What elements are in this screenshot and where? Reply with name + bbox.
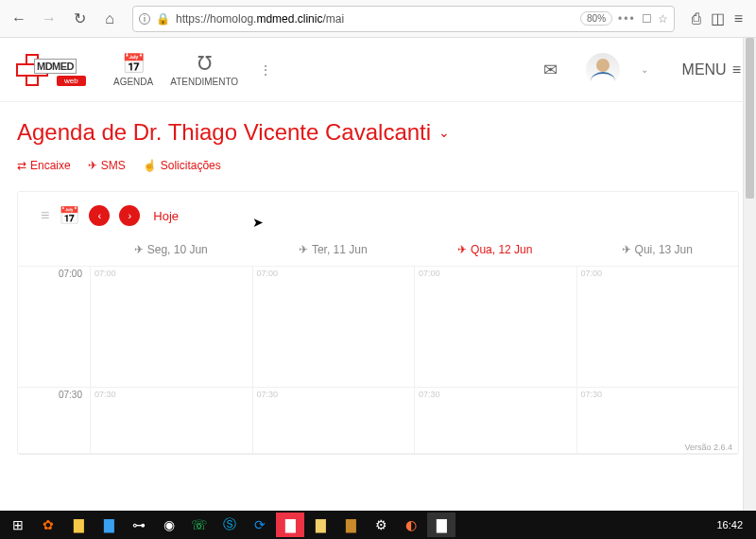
calendar-card: ≡ 📅 ‹ › Hoje ✈Seg, 10 Jun ✈Ter, 11 Jun ✈… — [17, 191, 739, 455]
list-view-icon[interactable]: ≡ — [41, 207, 49, 224]
calendar-icon[interactable]: 📅 — [59, 205, 79, 226]
hamburger-icon: ≡ — [732, 61, 741, 78]
scrollbar-thumb[interactable] — [746, 38, 754, 199]
logo[interactable]: MDMED web — [15, 49, 96, 91]
taskbar-settings[interactable]: ⚙ — [367, 513, 395, 537]
action-encaixe[interactable]: ⇄ Encaixe — [17, 159, 71, 172]
nav-agenda[interactable]: 📅 AGENDA — [113, 52, 153, 87]
taskbar-app3[interactable]: ▇ — [427, 513, 455, 537]
calendar-cell[interactable]: 07:30 — [90, 388, 252, 453]
action-row: ⇄ Encaixe ✈ SMS ☝ Solicitações — [17, 159, 739, 172]
action-label: Encaixe — [30, 159, 71, 172]
calendar-grid: 07:00 07:00 07:00 07:00 07:00 07:30 07:3… — [18, 266, 738, 454]
reload-button[interactable]: ↻ — [66, 6, 93, 32]
chevron-down-icon: ⌄ — [438, 125, 450, 140]
avatar[interactable] — [586, 53, 620, 87]
url-text: https://homolog.mdmed.clinic/mai — [176, 12, 575, 26]
calendar-cell[interactable]: 07:00 — [252, 267, 415, 387]
time-label: 07:30 — [18, 388, 90, 453]
calendar-cell[interactable]: 07:00 — [576, 267, 739, 387]
menu-button[interactable]: MENU ≡ — [682, 61, 741, 78]
send-icon: ✈ — [622, 243, 631, 256]
taskbar-folder[interactable]: ▇ — [64, 513, 93, 537]
action-sms[interactable]: ✈ SMS — [88, 159, 126, 172]
page-title: Agenda de Dr. Thiago Vicente Cavalcanti — [17, 119, 431, 146]
calendar-icon: 📅 — [122, 52, 146, 75]
taskbar-notepad[interactable]: ▇ — [306, 513, 335, 537]
more-icon[interactable]: ••• — [618, 12, 636, 26]
version-label: Versão 2.6.4 — [684, 443, 732, 452]
nav-label: AGENDA — [113, 77, 153, 87]
more-nav-icon[interactable]: ⋮ — [255, 62, 276, 78]
home-button[interactable]: ⌂ — [96, 6, 123, 32]
page-title-dropdown[interactable]: Agenda de Dr. Thiago Vicente Cavalcanti … — [17, 119, 739, 146]
sidebar-icon[interactable]: ◫ — [711, 9, 725, 27]
mail-icon[interactable]: ✉ — [543, 60, 558, 80]
logo-subtext: web — [57, 76, 86, 86]
calendar-row: 07:30 07:30 07:30 07:30 07:30 — [18, 388, 738, 454]
calendar-cell[interactable]: 07:00 — [90, 267, 252, 387]
lock-icon: 🔒 — [156, 12, 170, 26]
calendar-cell[interactable]: 07:30 — [252, 388, 415, 453]
taskbar-chrome[interactable]: ◉ — [155, 513, 183, 537]
logo-text: MDMED — [34, 59, 77, 74]
taskbar-key[interactable]: ⊶ — [125, 513, 153, 537]
start-button[interactable]: ⊞ — [4, 513, 32, 537]
library-icon[interactable]: ⎙ — [692, 10, 701, 27]
hand-icon: ☝ — [143, 159, 157, 172]
taskbar-explorer[interactable]: ▇ — [336, 513, 365, 537]
bookmark-icon[interactable]: ☆ — [658, 12, 668, 26]
browser-toolbar: ← → ↻ ⌂ i 🔒 https://homolog.mdmed.clinic… — [0, 0, 756, 38]
taskbar-clock[interactable]: 16:42 — [707, 519, 752, 530]
send-icon: ✈ — [299, 243, 308, 256]
send-icon: ✈ — [457, 243, 467, 256]
day-label: Ter, 11 Jun — [312, 243, 368, 256]
taskbar-app2[interactable]: ▇ — [276, 513, 304, 537]
menu-icon[interactable]: ≡ — [734, 10, 743, 27]
nav-atendimento[interactable]: ℧ ATENDIMENTO — [170, 52, 238, 87]
day-label: Seg, 10 Jun — [147, 243, 208, 256]
send-icon: ✈ — [134, 243, 144, 256]
info-icon: i — [139, 13, 150, 25]
avatar-caret-icon[interactable]: ⌄ — [641, 64, 648, 75]
time-label: 07:00 — [18, 267, 90, 387]
taskbar-skype[interactable]: Ⓢ — [215, 513, 244, 537]
day-label: Qua, 12 Jun — [471, 243, 532, 256]
app-header: MDMED web 📅 AGENDA ℧ ATENDIMENTO ⋮ ✉ ⌄ M… — [0, 38, 756, 102]
taskbar-app[interactable]: ✿ — [34, 513, 62, 537]
back-button[interactable]: ← — [6, 6, 32, 32]
menu-label: MENU — [682, 61, 727, 78]
today-link[interactable]: Hoje — [153, 209, 179, 223]
next-day-button[interactable]: › — [119, 205, 140, 226]
taskbar-mail[interactable]: ▇ — [94, 513, 123, 537]
taskbar-whatsapp[interactable]: ☏ — [185, 513, 214, 537]
stethoscope-icon: ℧ — [198, 52, 212, 75]
action-solicitacoes[interactable]: ☝ Solicitações — [143, 159, 221, 172]
url-bar[interactable]: i 🔒 https://homolog.mdmed.clinic/mai 80%… — [132, 6, 675, 32]
taskbar-firefox[interactable]: ◐ — [397, 513, 425, 537]
day-headers: ✈Seg, 10 Jun ✈Ter, 11 Jun ✈Qua, 12 Jun ✈… — [18, 237, 738, 266]
calendar-row: 07:00 07:00 07:00 07:00 07:00 — [18, 267, 738, 388]
nav-label: ATENDIMENTO — [170, 77, 238, 87]
day-header[interactable]: ✈Qui, 13 Jun — [576, 243, 739, 256]
reader-icon[interactable]: ☐ — [642, 12, 652, 26]
zoom-badge[interactable]: 80% — [580, 11, 612, 26]
prev-day-button[interactable]: ‹ — [89, 205, 110, 226]
action-label: SMS — [101, 159, 126, 172]
day-label: Qui, 13 Jun — [635, 243, 693, 256]
day-header-active[interactable]: ✈Qua, 12 Jun — [414, 243, 576, 256]
taskbar-teamviewer[interactable]: ⟳ — [246, 513, 274, 537]
action-label: Solicitações — [161, 159, 221, 172]
taskbar: ⊞ ✿ ▇ ▇ ⊶ ◉ ☏ Ⓢ ⟳ ▇ ▇ ▇ ⚙ ◐ ▇ 16:42 — [0, 511, 756, 539]
swap-icon: ⇄ — [17, 159, 26, 172]
day-header[interactable]: ✈Seg, 10 Jun — [90, 243, 252, 256]
scrollbar[interactable] — [743, 38, 756, 511]
day-header[interactable]: ✈Ter, 11 Jun — [252, 243, 415, 256]
forward-button[interactable]: → — [36, 6, 62, 32]
send-icon: ✈ — [88, 159, 97, 172]
calendar-cell[interactable]: 07:00 — [414, 267, 576, 387]
calendar-cell[interactable]: 07:30 — [414, 388, 576, 453]
